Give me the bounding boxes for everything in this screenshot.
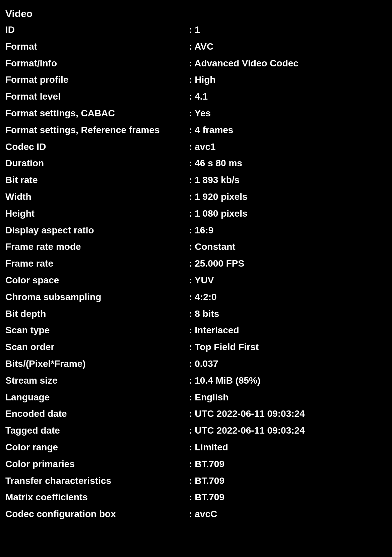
row-value: : 0.037 — [188, 355, 387, 372]
row-value: : 16:9 — [188, 222, 387, 239]
table-row: ID: 1 — [5, 21, 387, 38]
row-label: Display aspect ratio — [5, 222, 188, 239]
row-label: Width — [5, 188, 188, 205]
row-label: Bits/(Pixel*Frame) — [5, 355, 188, 372]
row-value: : 1 — [188, 21, 387, 38]
row-value: : Interlaced — [188, 322, 387, 339]
table-row: Color space: YUV — [5, 272, 387, 289]
row-value: : 10.4 MiB (85%) — [188, 372, 387, 389]
row-value: : UTC 2022-06-11 09:03:24 — [188, 422, 387, 439]
table-row: Scan type: Interlaced — [5, 322, 387, 339]
row-value: : Constant — [188, 238, 387, 255]
table-row: Transfer characteristics: BT.709 — [5, 472, 387, 489]
row-label: Transfer characteristics — [5, 472, 188, 489]
row-value: : BT.709 — [188, 456, 387, 472]
row-label: Color range — [5, 439, 188, 456]
row-label: Format/Info — [5, 55, 188, 72]
table-row: Duration: 46 s 80 ms — [5, 155, 387, 172]
row-label: Format profile — [5, 71, 188, 88]
table-row: Tagged date: UTC 2022-06-11 09:03:24 — [5, 422, 387, 439]
row-label: Encoded date — [5, 405, 188, 422]
table-row: Format profile: High — [5, 71, 387, 88]
row-label: Color space — [5, 272, 188, 289]
row-value: : High — [188, 71, 387, 88]
table-row: Codec configuration box: avcC — [5, 506, 387, 522]
table-row: Bits/(Pixel*Frame): 0.037 — [5, 355, 387, 372]
row-value: : AVC — [188, 38, 387, 55]
table-row: Format: AVC — [5, 38, 387, 55]
row-label: Tagged date — [5, 422, 188, 439]
row-label: Bit rate — [5, 172, 188, 188]
row-label: Frame rate mode — [5, 238, 188, 255]
row-label: Chroma subsampling — [5, 289, 188, 305]
table-row: Format/Info: Advanced Video Codec — [5, 55, 387, 72]
table-row: Format level: 4.1 — [5, 88, 387, 105]
table-row: Scan order: Top Field First — [5, 339, 387, 355]
row-label: Codec ID — [5, 138, 188, 155]
info-table: ID: 1Format: AVCFormat/Info: Advanced Vi… — [5, 21, 387, 522]
table-row: Codec ID: avc1 — [5, 138, 387, 155]
row-label: Codec configuration box — [5, 506, 188, 522]
row-label: Height — [5, 205, 188, 222]
row-value: : 1 080 pixels — [188, 205, 387, 222]
row-label: Frame rate — [5, 255, 188, 272]
table-row: Format settings, Reference frames: 4 fra… — [5, 122, 387, 138]
row-label: Format — [5, 38, 188, 55]
table-row: Language: English — [5, 389, 387, 406]
row-value: : Advanced Video Codec — [188, 55, 387, 72]
row-label: Format level — [5, 88, 188, 105]
table-row: Frame rate mode: Constant — [5, 238, 387, 255]
table-row: Color range: Limited — [5, 439, 387, 456]
row-label: Format settings, Reference frames — [5, 122, 188, 138]
table-row: Stream size: 10.4 MiB (85%) — [5, 372, 387, 389]
table-row: Bit rate: 1 893 kb/s — [5, 172, 387, 188]
table-row: Display aspect ratio: 16:9 — [5, 222, 387, 239]
row-value: : 1 893 kb/s — [188, 172, 387, 188]
row-value: : BT.709 — [188, 489, 387, 506]
row-label: Stream size — [5, 372, 188, 389]
row-value: : 4 frames — [188, 122, 387, 138]
row-value: : 8 bits — [188, 305, 387, 322]
row-value: : BT.709 — [188, 472, 387, 489]
row-label: Format settings, CABAC — [5, 105, 188, 122]
table-row: Format settings, CABAC: Yes — [5, 105, 387, 122]
row-label: Scan order — [5, 339, 188, 355]
row-value: : UTC 2022-06-11 09:03:24 — [188, 405, 387, 422]
row-value: : 4.1 — [188, 88, 387, 105]
row-label: Bit depth — [5, 305, 188, 322]
table-row: Height: 1 080 pixels — [5, 205, 387, 222]
row-value: : avcC — [188, 506, 387, 522]
table-row: Frame rate: 25.000 FPS — [5, 255, 387, 272]
table-row: Width: 1 920 pixels — [5, 188, 387, 205]
row-value: : Top Field First — [188, 339, 387, 355]
table-row: Bit depth: 8 bits — [5, 305, 387, 322]
row-value: : Limited — [188, 439, 387, 456]
section-title: Video — [5, 5, 387, 21]
row-label: Color primaries — [5, 456, 188, 472]
table-row: Chroma subsampling: 4:2:0 — [5, 289, 387, 305]
row-label: Language — [5, 389, 188, 406]
row-value: : YUV — [188, 272, 387, 289]
row-value: : 46 s 80 ms — [188, 155, 387, 172]
row-label: Duration — [5, 155, 188, 172]
row-value: : 1 920 pixels — [188, 188, 387, 205]
row-value: : avc1 — [188, 138, 387, 155]
table-row: Encoded date: UTC 2022-06-11 09:03:24 — [5, 405, 387, 422]
table-row: Matrix coefficients: BT.709 — [5, 489, 387, 506]
row-label: Scan type — [5, 322, 188, 339]
row-value: : 25.000 FPS — [188, 255, 387, 272]
row-label: ID — [5, 21, 188, 38]
row-label: Matrix coefficients — [5, 489, 188, 506]
row-value: : English — [188, 389, 387, 406]
row-value: : 4:2:0 — [188, 289, 387, 305]
table-row: Color primaries: BT.709 — [5, 456, 387, 472]
row-value: : Yes — [188, 105, 387, 122]
